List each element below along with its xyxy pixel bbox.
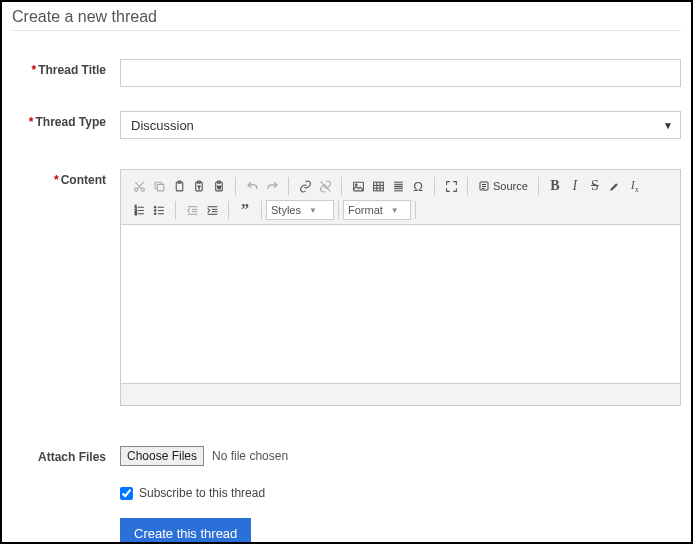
label-thread-type: *Thread Type [12,111,120,129]
editor-toolbar: T W [121,170,680,225]
svg-text:W: W [217,185,221,189]
row-attach-files: Attach Files Choose Files No file chosen [12,446,681,466]
file-status-text: No file chosen [212,449,288,463]
required-asterisk: * [54,173,59,187]
redo-icon[interactable] [262,176,282,196]
submit-row: Create this thread [120,518,681,544]
toolbar-row-2: 123 [125,198,676,222]
paste-text-icon[interactable]: T [189,176,209,196]
undo-icon[interactable] [242,176,262,196]
subscribe-checkbox[interactable] [120,487,133,500]
create-thread-button[interactable]: Create this thread [120,518,251,544]
bullet-list-icon[interactable] [149,200,169,220]
label-thread-title: *Thread Title [12,59,120,77]
svg-text:T: T [197,184,200,189]
thread-type-selected: Discussion [131,118,194,133]
create-thread-form: Create a new thread *Thread Title *Threa… [0,0,693,544]
svg-point-41 [154,212,156,214]
highlight-icon[interactable] [605,176,625,196]
styles-dropdown[interactable]: Styles ▼ [266,200,334,220]
paste-word-icon[interactable]: W [209,176,229,196]
chevron-down-icon: ▼ [391,206,399,215]
thread-title-input[interactable] [120,59,681,87]
svg-point-39 [154,206,156,208]
subscribe-label: Subscribe to this thread [139,486,265,500]
toolbar-row-1: T W [125,174,676,198]
strikethrough-button[interactable]: S [585,176,605,196]
svg-text:3: 3 [134,211,136,215]
row-content: *Content [12,169,681,406]
maximize-icon[interactable] [441,176,461,196]
required-asterisk: * [29,115,34,129]
unlink-icon[interactable] [315,176,335,196]
svg-rect-4 [157,184,164,191]
row-thread-title: *Thread Title [12,59,681,87]
image-icon[interactable] [348,176,368,196]
format-dropdown[interactable]: Format ▼ [343,200,411,220]
numbered-list-icon[interactable]: 123 [129,200,149,220]
label-content: *Content [12,169,120,187]
italic-button[interactable]: I [565,176,585,196]
special-char-icon[interactable]: Ω [408,176,428,196]
blockquote-icon[interactable]: ” [235,200,255,220]
source-button[interactable]: Source [474,176,532,196]
label-attach-files: Attach Files [12,446,120,464]
svg-point-15 [355,184,357,186]
copy-icon[interactable] [149,176,169,196]
editor-textarea[interactable] [121,225,680,383]
row-thread-type: *Thread Type Discussion ▼ [12,111,681,139]
rich-text-editor: T W [120,169,681,406]
svg-rect-16 [373,182,383,191]
required-asterisk: * [32,63,37,77]
chevron-down-icon: ▼ [309,206,317,215]
paste-icon[interactable] [169,176,189,196]
link-icon[interactable] [295,176,315,196]
subscribe-row: Subscribe to this thread [120,486,681,500]
cut-icon[interactable] [129,176,149,196]
bold-button[interactable]: B [545,176,565,196]
editor-footer [121,383,680,405]
indent-icon[interactable] [202,200,222,220]
svg-point-40 [154,209,156,211]
horizontal-rule-icon[interactable] [388,176,408,196]
table-icon[interactable] [368,176,388,196]
remove-format-icon[interactable]: Ix [625,176,645,196]
choose-files-button[interactable]: Choose Files [120,446,204,466]
thread-type-select[interactable]: Discussion [120,111,681,139]
outdent-icon[interactable] [182,200,202,220]
page-title: Create a new thread [12,6,681,31]
